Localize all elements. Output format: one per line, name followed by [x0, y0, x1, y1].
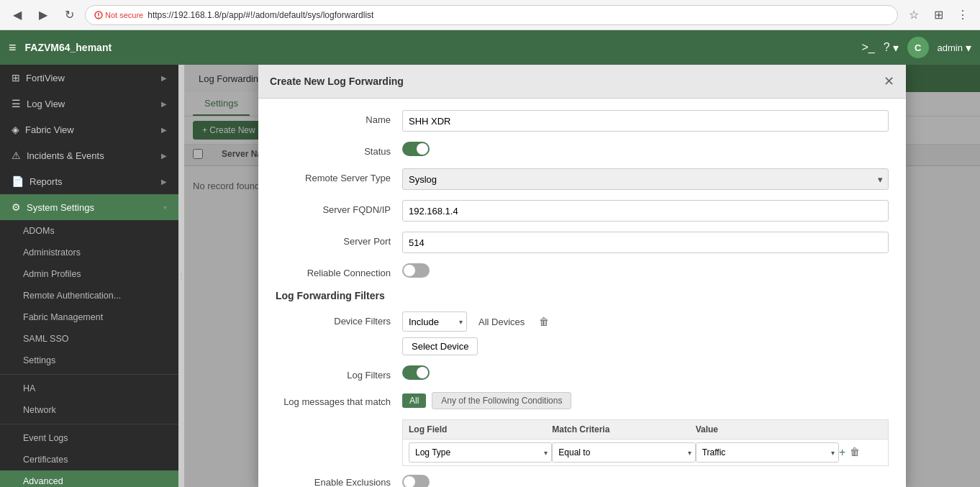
name-input[interactable] — [402, 110, 889, 132]
remote-server-type-label: Remote Server Type — [276, 168, 391, 183]
device-filters-row: Device Filters Include Exclude ▾ — [276, 311, 889, 355]
sidebar-item-remote-auth[interactable]: Remote Authentication... — [0, 285, 178, 306]
help-icon: ? — [884, 41, 890, 54]
log-filters-label: Log Filters — [276, 365, 391, 381]
extensions-button[interactable]: ⊞ — [928, 5, 948, 25]
device-filter-inner-row: Include Exclude ▾ All Devices 🗑 — [402, 311, 889, 332]
sidebar-item-reports[interactable]: 📄 Reports ▶ — [0, 168, 178, 194]
device-filters-label: Device Filters — [276, 311, 391, 327]
delete-device-filter-icon[interactable]: 🗑 — [536, 313, 552, 330]
sidebar-divider — [0, 374, 178, 375]
match-criteria-col-header: Match Criteria — [552, 424, 695, 434]
enable-exclusions-toggle[interactable] — [402, 475, 430, 487]
admin-menu-button[interactable]: admin ▾ — [938, 41, 971, 55]
log-filters-control — [402, 365, 889, 382]
log-field-select-wrapper: Log Type Device Log Level ▾ — [409, 442, 552, 463]
value-select-wrapper: Traffic Event Security ▾ — [696, 442, 839, 463]
forward-button[interactable]: ▶ — [33, 5, 53, 25]
value-col-header: Value — [696, 424, 839, 434]
refresh-button[interactable]: ↻ — [59, 5, 79, 25]
modal-overlay: Create New Log Forwarding ✕ Name — [184, 65, 980, 487]
admin-dropdown-icon: ▾ — [966, 41, 971, 55]
include-select-wrapper: Include Exclude ▾ — [402, 311, 467, 332]
value-select[interactable]: Traffic Event Security — [696, 442, 839, 463]
header-left: ≡ FAZVM64_hemant — [9, 40, 112, 55]
app-logo: FAZVM64_hemant — [25, 42, 112, 53]
match-criteria-select[interactable]: Equal to Not equal to Contains — [552, 442, 695, 463]
sidebar-item-event-logs[interactable]: Event Logs — [0, 427, 178, 449]
status-toggle[interactable] — [402, 142, 430, 156]
sidebar-item-advanced[interactable]: Advanced — [0, 470, 178, 487]
app-container: ≡ FAZVM64_hemant >_ ? ▾ C admin ▾ ⊞ — [0, 30, 980, 487]
chevron-right-icon: ▶ — [161, 126, 167, 134]
sidebar-item-system-settings[interactable]: ⚙ System Settings ▾ — [0, 194, 178, 220]
sidebar-item-adoms[interactable]: ADOMs — [0, 220, 178, 242]
log-field-select[interactable]: Log Type Device Log Level — [409, 442, 552, 463]
remote-server-type-select[interactable]: Syslog CEF JSON — [402, 168, 889, 190]
terminal-button[interactable]: >_ — [861, 41, 874, 54]
status-control — [402, 142, 889, 158]
url-text: https://192.168.1.8/p/app/#!/adom/defaul… — [148, 10, 373, 20]
help-button[interactable]: ? ▾ — [884, 41, 899, 55]
toggle-slider — [402, 142, 430, 156]
sidebar-item-label: Incidents & Events — [27, 150, 104, 161]
toggle-slider — [402, 475, 430, 487]
server-port-row: Server Port — [276, 232, 889, 253]
modal-body: Name Status — [258, 99, 906, 487]
main-body: ⊞ FortiView ▶ ☰ Log View ▶ ◈ Fabric View — [0, 65, 980, 487]
sidebar-item-fabric-management[interactable]: Fabric Management — [0, 306, 178, 328]
reports-icon: 📄 — [12, 176, 24, 187]
enable-exclusions-label: Enable Exclusions — [276, 477, 391, 488]
chevron-right-icon: ▶ — [161, 152, 167, 160]
status-label: Status — [276, 142, 391, 157]
sidebar-item-label: Reports — [30, 176, 63, 187]
enable-exclusions-row: Enable Exclusions — [276, 475, 889, 487]
chevron-right-icon: ▶ — [161, 178, 167, 186]
not-secure-indicator: Not secure — [94, 11, 143, 19]
reliable-connection-toggle[interactable] — [402, 263, 430, 278]
sidebar-item-administrators[interactable]: Administrators — [0, 242, 178, 263]
log-messages-label: Log messages that match — [276, 392, 391, 407]
sidebar-item-network[interactable]: Network — [0, 399, 178, 421]
server-port-label: Server Port — [276, 232, 391, 247]
sidebar-item-fabric-view[interactable]: ◈ Fabric View ▶ — [0, 117, 178, 142]
back-button[interactable]: ◀ — [7, 5, 27, 25]
sidebar-item-ha[interactable]: HA — [0, 378, 178, 399]
remote-server-type-row: Remote Server Type Syslog CEF JSON ▾ — [276, 168, 889, 190]
sidebar-divider — [0, 424, 178, 424]
resize-handle[interactable]: ⋮ — [178, 65, 184, 487]
sidebar-item-fortiview[interactable]: ⊞ FortiView ▶ — [0, 65, 178, 91]
system-settings-icon: ⚙ — [12, 201, 21, 213]
select-device-button[interactable]: Select Device — [402, 337, 478, 355]
menu-button[interactable]: ⋮ — [953, 5, 973, 25]
content-area: Log Forwarding Logging Settings Output P… — [184, 65, 980, 487]
sidebar-item-certificates[interactable]: Certificates — [0, 449, 178, 470]
modal-title: Create New Log Forwarding — [270, 76, 404, 87]
server-port-control — [402, 232, 889, 253]
sidebar-item-saml-sso[interactable]: SAML SSO — [0, 328, 178, 350]
sidebar-item-label: FortiView — [26, 73, 65, 83]
hamburger-button[interactable]: ≡ — [9, 40, 17, 55]
log-fields-header: Log Field Match Criteria Value — [402, 419, 889, 439]
add-row-icon[interactable]: + — [839, 446, 845, 459]
incidents-icon: ⚠ — [12, 150, 21, 161]
svg-point-2 — [98, 17, 99, 18]
sidebar-item-log-view[interactable]: ☰ Log View ▶ — [0, 91, 178, 117]
bookmark-button[interactable]: ☆ — [904, 5, 924, 25]
sidebar-item-incidents-events[interactable]: ⚠ Incidents & Events ▶ — [0, 142, 178, 168]
server-fqdn-input[interactable] — [402, 200, 889, 222]
sidebar-item-settings[interactable]: Settings — [0, 350, 178, 371]
reliable-connection-row: Reliable Connection — [276, 263, 889, 280]
log-messages-control: All Any of the Following Conditions — [402, 392, 889, 409]
log-messages-row: Log messages that match All Any of the F… — [276, 392, 889, 409]
log-filters-toggle[interactable] — [402, 365, 430, 380]
delete-row-icon[interactable]: 🗑 — [850, 446, 860, 459]
all-badge[interactable]: All — [402, 393, 426, 408]
server-port-input[interactable] — [402, 232, 889, 253]
chevron-right-icon: ▶ — [161, 100, 167, 108]
all-devices-label: All Devices — [473, 314, 530, 330]
modal-close-button[interactable]: ✕ — [884, 73, 894, 89]
address-bar[interactable]: Not secure https://192.168.1.8/p/app/#!/… — [85, 5, 898, 25]
include-select[interactable]: Include Exclude — [402, 311, 467, 332]
sidebar-item-admin-profiles[interactable]: Admin Profiles — [0, 263, 178, 285]
